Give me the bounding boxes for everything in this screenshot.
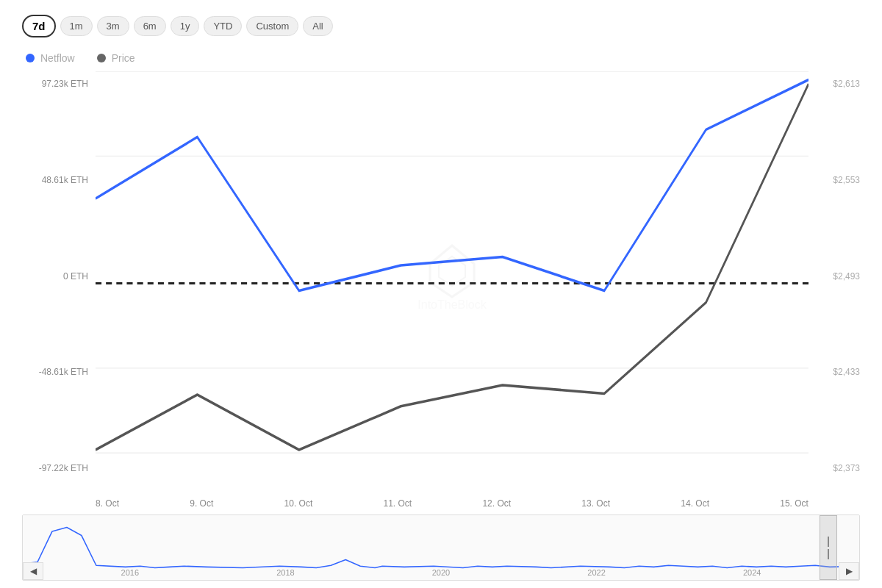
y-left-mid-lower: -48.61k ETH <box>39 367 88 377</box>
chart-svg-container: IntoTheBlock IntoTheBlock <box>96 71 808 495</box>
price-label: Price <box>112 52 135 64</box>
x-label: 15. Oct <box>780 498 808 509</box>
scroll-handle[interactable] <box>820 515 837 580</box>
time-btn-6m[interactable]: 6m <box>134 16 166 36</box>
legend-netflow: Netflow <box>26 52 75 64</box>
scroll-right-button[interactable]: ▶ <box>839 562 859 580</box>
mini-chart: 20162018202020222024 ◀ ▶ <box>22 514 860 581</box>
netflow-label: Netflow <box>40 52 75 64</box>
x-label: 11. Oct <box>383 498 412 509</box>
x-label: 14. Oct <box>681 498 709 509</box>
y-axis-left: 97.23k ETH 48.61k ETH 0 ETH -48.61k ETH … <box>22 71 96 495</box>
handle-line-2 <box>828 549 829 559</box>
price-line <box>96 84 808 450</box>
chart-wrapper: 97.23k ETH 48.61k ETH 0 ETH -48.61k ETH … <box>22 71 860 581</box>
y-left-mid: 0 ETH <box>63 271 88 282</box>
time-btn-all[interactable]: All <box>303 16 332 36</box>
main-container: 7d1m3m6m1yYTDCustomAll Netflow Price 97.… <box>0 0 882 588</box>
legend-price: Price <box>97 52 135 64</box>
handle-line-1 <box>828 537 829 547</box>
scroll-handle-lines <box>826 537 831 559</box>
time-range-selector: 7d1m3m6m1yYTDCustomAll <box>22 15 860 37</box>
netflow-line <box>96 80 808 291</box>
x-label: 13. Oct <box>581 498 610 509</box>
chart-legend: Netflow Price <box>22 52 860 64</box>
y-left-mid-upper: 48.61k ETH <box>42 175 88 185</box>
x-axis: 8. Oct9. Oct10. Oct11. Oct12. Oct13. Oct… <box>22 495 860 509</box>
mini-svg <box>23 515 859 580</box>
main-chart-area: 97.23k ETH 48.61k ETH 0 ETH -48.61k ETH … <box>22 71 860 495</box>
y-left-bottom: -97.22k ETH <box>39 463 88 473</box>
x-label: 10. Oct <box>284 498 313 509</box>
y-right-2: $2,553 <box>813 175 860 185</box>
main-svg <box>96 71 808 495</box>
y-right-top: $2,613 <box>813 79 860 89</box>
y-left-top: 97.23k ETH <box>42 79 88 89</box>
y-right-bottom: $2,373 <box>813 463 860 473</box>
time-btn-1m[interactable]: 1m <box>60 16 93 36</box>
time-btn-ytd[interactable]: YTD <box>204 16 242 36</box>
time-btn-custom[interactable]: Custom <box>246 16 298 36</box>
y-right-3: $2,493 <box>813 271 860 282</box>
x-label: 9. Oct <box>190 498 213 509</box>
svg-rect-8 <box>23 515 859 580</box>
scroll-left-button[interactable]: ◀ <box>23 562 43 580</box>
x-label: 8. Oct <box>96 498 119 509</box>
y-axis-right: $2,613 $2,553 $2,493 $2,433 $2,373 <box>808 71 860 495</box>
x-label: 12. Oct <box>482 498 511 509</box>
netflow-dot <box>26 54 35 62</box>
time-btn-1y[interactable]: 1y <box>171 16 200 36</box>
time-btn-3m[interactable]: 3m <box>97 16 129 36</box>
time-btn-7d[interactable]: 7d <box>22 15 56 37</box>
price-dot <box>97 54 106 62</box>
y-right-4: $2,433 <box>813 367 860 377</box>
